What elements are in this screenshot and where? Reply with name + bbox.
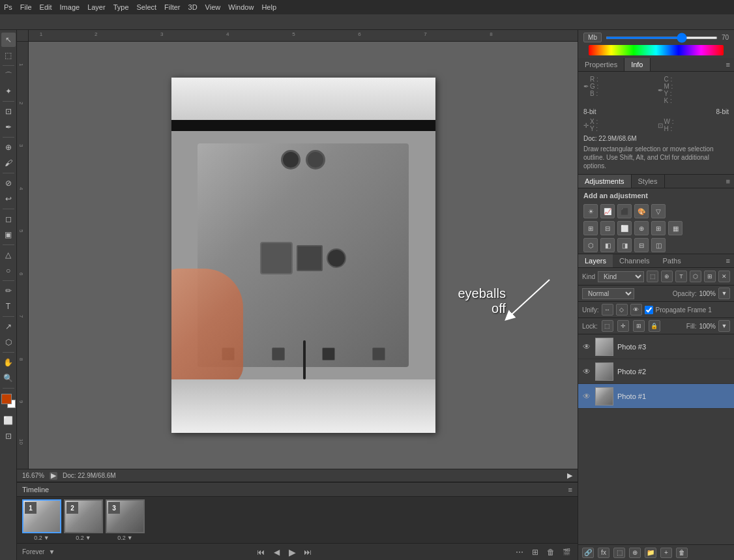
opacity-value[interactable]: 100%	[699, 290, 716, 297]
layer-filter-adj[interactable]: ⊕	[661, 271, 673, 282]
layer-adj-btn[interactable]: ⊕	[629, 548, 641, 558]
tool-screen-mode[interactable]: ⬜	[1, 413, 16, 428]
adj-exposure[interactable]: ⬡	[583, 238, 598, 252]
loop-arrow[interactable]: ▼	[48, 548, 55, 555]
layer-filter-pixel[interactable]: ⬚	[647, 271, 658, 282]
tool-wand[interactable]: ✦	[1, 84, 16, 98]
layer-item-photo2[interactable]: 👁 Photo #2	[578, 359, 734, 384]
menu-type[interactable]: Type	[113, 3, 129, 11]
adj-gradient[interactable]: ▦	[668, 221, 683, 235]
opacity-arrow[interactable]: ▼	[718, 287, 730, 299]
tool-pen[interactable]: ✏	[1, 284, 16, 298]
status-nav-btn[interactable]: ▶	[50, 472, 57, 480]
unify-style[interactable]: ◇	[616, 304, 628, 316]
loop-selector[interactable]: Forever	[22, 548, 44, 555]
tool-text[interactable]: T	[1, 299, 16, 314]
tool-blur[interactable]: △	[1, 248, 16, 262]
adj-channelmix[interactable]: ⊞	[651, 221, 666, 235]
layer-effect-btn[interactable]: fx	[598, 548, 609, 558]
layer-eye-photo1[interactable]: 👁	[582, 392, 591, 401]
tool-lasso[interactable]: ⌒	[1, 68, 16, 83]
status-arrow-btn[interactable]: ▶	[567, 471, 572, 480]
menu-help[interactable]: Help	[261, 3, 276, 11]
tool-shape[interactable]: ⬡	[1, 335, 16, 349]
fill-arrow[interactable]: ▼	[718, 320, 730, 332]
timeline-menu-btn[interactable]: ≡	[568, 486, 572, 494]
foreground-color[interactable]	[1, 394, 12, 404]
timeline-thumb-1[interactable]: 1	[22, 499, 61, 533]
go-next-btn[interactable]: ⏭	[302, 547, 314, 557]
menu-edit[interactable]: Edit	[40, 3, 52, 11]
timeline-thumb-2[interactable]: 2	[64, 499, 103, 533]
adj-colorbalance[interactable]: ⊟	[600, 221, 615, 235]
tool-crop[interactable]: ⊡	[1, 104, 16, 119]
adj-panel-menu[interactable]: ≡	[722, 177, 734, 185]
mb-button[interactable]: Mb	[583, 33, 602, 42]
adj-selectivecolor[interactable]: ⊟	[634, 238, 649, 252]
layer-group-btn[interactable]: 📁	[645, 548, 656, 558]
adj-threshold[interactable]: ◨	[617, 238, 632, 252]
layer-item-photo3[interactable]: 👁 Photo #3	[578, 334, 734, 359]
tool-move[interactable]: ↖	[1, 33, 16, 47]
layer-delete-btn[interactable]: 🗑	[676, 548, 688, 558]
tab-adjustments[interactable]: Adjustments	[578, 175, 632, 188]
timeline-frame-3[interactable]: 3 0.2▼	[106, 499, 145, 541]
unify-visibility[interactable]: 👁	[630, 304, 642, 316]
convert-timeline-btn[interactable]: 🎬	[561, 547, 572, 557]
layer-filter-smart[interactable]: ⊞	[704, 271, 716, 282]
delete-frame-btn[interactable]: 🗑	[545, 547, 557, 557]
layers-panel-menu[interactable]: ≡	[722, 257, 734, 265]
play-btn[interactable]: ▶	[286, 547, 298, 557]
tool-path-select[interactable]: ↗	[1, 319, 16, 334]
adj-levels[interactable]: ⬛	[617, 204, 632, 218]
go-first-btn[interactable]: ⏮	[255, 547, 267, 557]
color-slider[interactable]	[606, 37, 718, 39]
lock-pixels[interactable]: ⬚	[602, 320, 613, 332]
menu-view[interactable]: View	[205, 3, 221, 11]
layer-link-btn[interactable]: 🔗	[582, 548, 594, 558]
timeline-frame-1[interactable]: 1 0.2▼	[22, 499, 61, 541]
app-icon[interactable]: Ps	[4, 3, 12, 11]
adj-curves[interactable]: 📈	[600, 204, 615, 218]
adj-hue[interactable]: 🎨	[634, 204, 649, 218]
menu-file[interactable]: File	[20, 3, 32, 11]
info-panel-menu[interactable]: ≡	[722, 61, 734, 68]
layer-mask-btn[interactable]: ⬚	[613, 548, 625, 558]
layer-filter-shape[interactable]: ⬡	[690, 271, 701, 282]
tool-hand[interactable]: ✋	[1, 355, 16, 370]
layer-item-photo1[interactable]: 👁 Photo #1	[578, 384, 734, 409]
tool-heal[interactable]: ⊕	[1, 140, 16, 155]
layer-eye-photo3[interactable]: 👁	[582, 342, 591, 351]
tool-dodge[interactable]: ○	[1, 263, 16, 278]
menu-window[interactable]: Window	[228, 3, 254, 11]
layer-eye-photo2[interactable]: 👁	[582, 367, 591, 376]
lock-position[interactable]: ✛	[617, 320, 629, 332]
tool-zoom[interactable]: 🔍	[1, 371, 16, 385]
tool-marquee[interactable]: ⬚	[1, 48, 16, 63]
tool-gradient[interactable]: ▣	[1, 228, 16, 242]
tab-styles[interactable]: Styles	[632, 175, 665, 188]
go-prev-btn[interactable]: ◀	[271, 547, 282, 557]
lock-artboard[interactable]: ⊞	[633, 320, 645, 332]
color-gradient-bar[interactable]	[589, 45, 724, 55]
layer-new-btn[interactable]: +	[660, 548, 672, 558]
menu-select[interactable]: Select	[137, 3, 157, 11]
tool-quick-mask[interactable]: ⊡	[1, 429, 16, 443]
duplicate-frame-btn[interactable]: ⊞	[529, 547, 541, 557]
tween-btn[interactable]: ⋯	[514, 547, 525, 557]
timeline-frame-2[interactable]: 2 0.2▼	[64, 499, 103, 541]
fill-value[interactable]: 100%	[699, 323, 716, 330]
unify-position[interactable]: ↔	[602, 304, 613, 316]
tool-eraser[interactable]: ◻	[1, 212, 16, 226]
tool-brush[interactable]: 🖌	[1, 156, 16, 170]
kind-select[interactable]: Kind	[598, 271, 644, 282]
tool-eyedropper[interactable]: ✒	[1, 120, 16, 134]
layer-filter-text[interactable]: T	[675, 271, 687, 282]
adj-brightness[interactable]: ☀	[583, 204, 598, 218]
adj-photofilter[interactable]: ⊕	[634, 221, 649, 235]
menu-filter[interactable]: Filter	[164, 3, 180, 11]
adj-posterize[interactable]: ◧	[600, 238, 615, 252]
lock-all[interactable]: 🔒	[649, 320, 660, 332]
adj-blackwhite[interactable]: ⬜	[617, 221, 632, 235]
tab-paths[interactable]: Paths	[656, 254, 688, 267]
